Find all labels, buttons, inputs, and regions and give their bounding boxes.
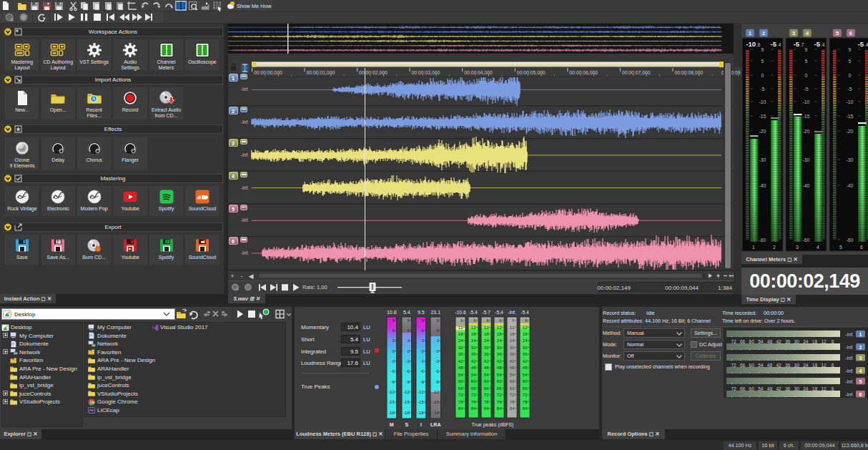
svg-text:-40: -40	[759, 183, 766, 188]
svg-text:6: 6	[849, 30, 853, 36]
svg-text:30: 30	[794, 339, 800, 344]
svg-text:48: 48	[497, 366, 502, 370]
svg-text:-18: -18	[403, 410, 410, 415]
svg-text:18: 18	[471, 332, 476, 336]
svg-text:54: 54	[497, 373, 502, 377]
svg-text:42: 42	[497, 359, 502, 363]
svg-text:24: 24	[803, 386, 809, 391]
svg-text:+: +	[230, 273, 234, 280]
svg-text:36: 36	[523, 352, 528, 356]
svg-text:48: 48	[471, 366, 476, 370]
svg-text:84: 84	[484, 406, 489, 411]
svg-text:-15: -15	[433, 399, 440, 404]
svg-text:0: 0	[437, 348, 440, 353]
svg-text:-30: -30	[847, 157, 854, 162]
svg-text:66: 66	[740, 339, 746, 344]
svg-text:66: 66	[740, 363, 746, 368]
svg-text:-15: -15	[388, 399, 395, 404]
svg-text:42: 42	[523, 359, 528, 363]
svg-text:54: 54	[758, 386, 764, 391]
svg-text:-6: -6	[420, 368, 424, 373]
svg-text:9: 9	[408, 318, 410, 323]
svg-text:78: 78	[471, 400, 476, 404]
svg-text:-Inf.: -Inf.	[845, 392, 854, 397]
svg-text:66: 66	[523, 386, 528, 391]
svg-text:5: 5	[859, 379, 862, 384]
svg-text:60: 60	[749, 386, 755, 391]
svg-text:24: 24	[523, 338, 528, 343]
svg-text:-Inf.: -Inf.	[845, 368, 854, 373]
svg-text:66: 66	[484, 386, 489, 391]
svg-text:-3: -3	[435, 358, 439, 363]
svg-text:30: 30	[523, 346, 528, 350]
svg-text:66: 66	[740, 386, 746, 391]
svg-text:18: 18	[497, 332, 502, 336]
svg-text:2: 2	[773, 245, 776, 250]
svg-text:66: 66	[458, 386, 463, 391]
svg-text:1: 1	[859, 332, 862, 337]
svg-text:30: 30	[484, 346, 489, 350]
svg-text:30: 30	[497, 346, 502, 350]
svg-text:36: 36	[471, 352, 476, 356]
svg-text:6: 6	[832, 386, 834, 391]
svg-text:3: 3	[859, 356, 862, 361]
svg-text:0: 0	[761, 73, 764, 78]
svg-text:24: 24	[484, 338, 489, 343]
svg-text:9: 9	[422, 318, 425, 323]
svg-text:72: 72	[471, 393, 476, 397]
svg-text:I: I	[420, 422, 422, 427]
svg-text:60: 60	[523, 379, 528, 383]
svg-text:12: 12	[821, 339, 827, 344]
svg-text:-5: -5	[858, 40, 864, 48]
svg-text:12: 12	[821, 386, 827, 391]
svg-text:.4: .4	[821, 42, 825, 47]
svg-text:48: 48	[767, 386, 773, 391]
svg-text:84: 84	[510, 406, 515, 411]
svg-text:-9: -9	[435, 379, 439, 384]
svg-text:54: 54	[471, 373, 476, 377]
svg-text:78: 78	[458, 400, 463, 404]
svg-text:9: 9	[761, 47, 764, 52]
svg-text:.4: .4	[777, 42, 781, 47]
svg-text:-15: -15	[803, 114, 810, 119]
svg-text:42: 42	[484, 359, 489, 363]
svg-text:-12: -12	[403, 389, 410, 394]
svg-text:18: 18	[523, 332, 528, 336]
svg-text:S: S	[405, 422, 408, 427]
svg-text:-6: -6	[390, 368, 395, 373]
svg-text:-18: -18	[433, 410, 440, 415]
svg-text:-30: -30	[803, 157, 810, 162]
svg-text:12: 12	[821, 363, 827, 368]
svg-text:6: 6	[832, 363, 834, 368]
svg-text:84: 84	[523, 406, 528, 411]
svg-text:-5: -5	[771, 40, 777, 48]
svg-text:-3: -3	[405, 358, 410, 363]
svg-text:60: 60	[749, 339, 755, 344]
svg-text:42: 42	[776, 386, 781, 391]
svg-text:Show Me How: Show Me How	[237, 3, 272, 9]
svg-text:-5: -5	[760, 87, 764, 92]
svg-text:5: 5	[836, 30, 839, 36]
svg-text:-5.7: -5.7	[482, 310, 490, 315]
svg-text:0: 0	[422, 348, 425, 353]
svg-text:48: 48	[484, 366, 489, 370]
svg-text:5: 5	[761, 59, 764, 64]
svg-text:66: 66	[497, 386, 502, 391]
svg-text:72: 72	[731, 363, 736, 368]
svg-text:1: 1	[749, 30, 752, 36]
svg-text:72: 72	[484, 393, 489, 397]
svg-text:-10: -10	[746, 40, 756, 48]
svg-text:48: 48	[510, 366, 515, 370]
svg-text:-40: -40	[847, 183, 854, 188]
svg-text:84: 84	[471, 406, 476, 411]
svg-text:3: 3	[408, 338, 410, 343]
svg-text:30: 30	[510, 346, 515, 350]
svg-text:36: 36	[484, 352, 489, 356]
svg-text:-10: -10	[759, 99, 766, 104]
svg-text:-15: -15	[847, 114, 854, 119]
svg-text:1:384: 1:384	[718, 285, 733, 291]
svg-text:10.8: 10.8	[387, 310, 397, 315]
svg-text:-30: -30	[759, 157, 766, 162]
svg-text:3: 3	[422, 338, 425, 343]
svg-text:54: 54	[523, 373, 528, 377]
